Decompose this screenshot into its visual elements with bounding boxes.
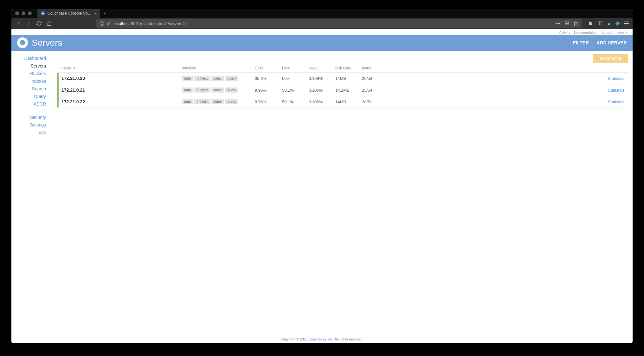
library-icon[interactable] [588,21,594,26]
app-logo [17,37,28,48]
statistics-link[interactable]: Statistics [594,76,626,81]
cell-swap: 0.106% [309,100,335,104]
browser-window: Couchbase Console Communit × + i [11,9,633,343]
col-swap-header: swap [309,66,335,70]
col-disk-header: disk used [335,66,362,70]
service-tag: data [182,87,193,93]
browser-tabbar: Couchbase Console Communit × + [11,9,633,18]
browser-toolbar: i localhost:9091/ui/index.html#!/servers… [11,18,633,29]
svg-rect-4 [591,22,592,25]
svg-rect-5 [598,22,602,25]
cell-cpu: 9.96% [255,88,282,93]
app-menu-icon[interactable] [624,21,629,26]
ext-snowflake-icon[interactable] [615,21,621,26]
service-tag: index [211,87,224,93]
cell-disk: 14MB [335,76,362,81]
content: DashboardServersBucketsIndexesSearchQuer… [11,51,633,336]
cell-swap: 0.106% [309,76,335,81]
filter-button[interactable]: FILTER [573,40,589,45]
svg-marker-1 [574,21,578,25]
nav-reload-button[interactable] [35,19,43,28]
service-tag: query [225,87,239,93]
site-info-icon[interactable]: i [100,21,104,26]
service-tag: full text [194,99,210,104]
sidebar-item-logs[interactable]: Logs [11,129,50,136]
cell-cpu: 35.6% [255,76,282,81]
service-tag: query [225,99,239,104]
server-name: 172.21.0.22 [61,99,182,104]
rebalance-button[interactable]: Rebalance [593,54,628,63]
service-tag: data [182,99,193,104]
cell-ram: 50% [282,76,309,81]
cell-disk: 14.1MB [335,88,362,93]
service-tags: datafull textindexquery [182,99,255,104]
sidebar-item-servers[interactable]: Servers [11,62,50,70]
url-bar[interactable]: i localhost:9091/ui/index.html#!/servers… [96,19,582,28]
nav-forward-button[interactable] [25,19,33,28]
util-support-link[interactable]: Support [601,30,614,34]
url-text: localhost:9091/ui/index.html#!/servers/l… [113,21,189,26]
sidebar: DashboardServersBucketsIndexesSearchQuer… [11,51,50,336]
app-header: Servers FILTER ADD SERVER [11,35,633,51]
cell-items: 28/51 [362,100,594,104]
window-maximize[interactable] [28,11,32,15]
user-label: adm [617,30,624,34]
cell-ram: 50.1% [282,100,309,104]
ext-badge-icon[interactable]: u [606,21,612,26]
window-close[interactable] [15,11,19,15]
sidebar-item-indexes[interactable]: Indexes [11,77,50,85]
service-tags: datafull textindexquery [182,87,255,93]
cell-disk: 14MB [335,100,362,104]
col-name-header[interactable]: name ▼ [61,66,182,70]
sort-caret-icon: ▼ [73,67,76,70]
footer-suffix: All rights reserved. [334,337,364,341]
nav-home-button[interactable] [45,19,53,28]
user-menu[interactable]: adm ▼ [617,30,628,34]
col-ram-header: RAM [282,66,309,70]
cell-swap: 0.106% [309,88,335,93]
server-name: 172.21.0.20 [61,76,182,81]
bookmark-star-icon[interactable] [573,21,579,26]
add-server-button[interactable]: ADD SERVER [596,40,627,45]
sidebar-item-dashboard[interactable]: Dashboard [11,55,50,62]
service-tag: full text [194,76,210,81]
service-tags: datafull textindexquery [182,76,255,81]
util-activity-link[interactable]: Activity [559,30,570,34]
browser-tab[interactable]: Couchbase Console Communit × [37,9,100,18]
sidebar-item-settings[interactable]: Settings [11,121,50,129]
service-tag: full text [194,87,210,93]
tab-close-icon[interactable]: × [94,11,97,16]
svg-rect-2 [589,22,590,25]
window-minimize[interactable] [22,11,25,15]
new-tab-button[interactable]: + [103,10,107,17]
window-controls[interactable] [15,11,32,15]
col-cpu-header: CPU [255,66,282,70]
statistics-link[interactable]: Statistics [594,100,626,104]
sidebar-item-buckets[interactable]: Buckets [11,70,50,77]
toolbar-right: u [587,21,629,26]
server-row[interactable]: 172.21.0.22datafull textindexquery8.76%5… [59,96,628,108]
col-items-header: items [362,66,594,70]
sidebar-item-query[interactable]: Query [11,93,50,100]
server-row[interactable]: 172.21.0.20datafull textindexquery35.6%5… [59,73,628,84]
page-action-menu-icon[interactable]: ••• [555,21,561,26]
service-tag: index [211,99,224,104]
nav-back-button[interactable] [15,19,23,28]
page-title: Servers [32,38,62,48]
server-row[interactable]: 172.21.0.21datafull textindexquery9.96%5… [59,84,628,96]
permissions-icon[interactable] [106,21,111,26]
util-documentation-link[interactable]: Documentation [574,30,597,34]
cell-items: 26/53 [362,76,594,81]
sidebar-toggle-icon[interactable] [597,21,603,26]
cell-ram: 50.1% [282,88,309,93]
sidebar-item-security[interactable]: Security [11,113,50,121]
sidebar-item-xdcr[interactable]: XDCR [11,100,50,108]
pocket-icon[interactable] [564,21,570,26]
footer-link[interactable]: Couchbase, Inc. [309,337,334,341]
statistics-link[interactable]: Statistics [594,88,626,93]
tab-favicon [41,11,45,16]
footer: Copyright © 2017 Couchbase, Inc. All rig… [11,336,633,343]
sidebar-item-search[interactable]: Search [11,85,50,93]
service-tag: data [182,76,193,81]
col-services-header: services [182,66,255,70]
